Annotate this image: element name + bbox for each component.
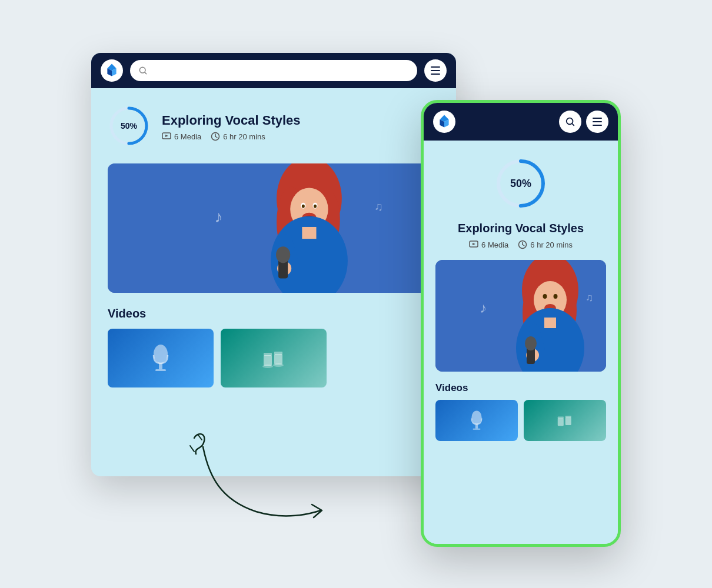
mobile-thumb-1[interactable] xyxy=(435,400,518,441)
duration: 6 hr 20 mins xyxy=(211,132,265,141)
svg-point-21 xyxy=(314,205,317,208)
desktop-logo xyxy=(101,59,123,82)
videos-section-title: Videos xyxy=(108,307,440,320)
hero-image: ♪ ♫ xyxy=(108,163,440,293)
arrow-annotation xyxy=(185,429,338,523)
svg-rect-36 xyxy=(274,352,282,355)
svg-line-41 xyxy=(572,123,574,125)
mobile-videos-title: Videos xyxy=(435,382,606,394)
svg-point-27 xyxy=(276,246,290,263)
mobile-microphone-icon xyxy=(466,410,487,431)
mobile-navbar xyxy=(424,103,618,141)
svg-point-37 xyxy=(262,365,273,368)
clock-icon xyxy=(211,132,220,141)
svg-rect-34 xyxy=(264,353,272,356)
hamburger-icon xyxy=(431,66,440,75)
svg-rect-71 xyxy=(565,417,571,425)
mobile-logo xyxy=(433,111,455,133)
svg-point-63 xyxy=(525,336,537,350)
svg-point-20 xyxy=(302,205,305,208)
svg-rect-72 xyxy=(565,416,571,418)
svg-text:♫: ♫ xyxy=(585,292,594,303)
svg-rect-67 xyxy=(475,424,478,428)
search-icon xyxy=(138,66,148,75)
browser-content: 50% Exploring Vocal Styles 6 Media xyxy=(91,88,456,476)
svg-line-73 xyxy=(190,446,194,452)
svg-point-56 xyxy=(543,294,547,299)
svg-rect-70 xyxy=(558,417,564,419)
video-thumbnails xyxy=(108,329,440,387)
svg-rect-31 xyxy=(159,363,162,369)
svg-rect-59 xyxy=(544,318,556,328)
svg-point-57 xyxy=(554,294,558,299)
mobile-hamburger-icon xyxy=(593,118,602,126)
svg-rect-32 xyxy=(155,369,166,371)
media-count: 6 Media xyxy=(162,132,201,141)
browser-navbar xyxy=(91,53,456,88)
mobile-search-icon xyxy=(565,116,575,127)
mobile-media-count: 6 Media xyxy=(469,240,508,249)
mobile-search-button[interactable] xyxy=(559,111,581,133)
search-bar[interactable] xyxy=(130,60,417,81)
video-thumb-1[interactable] xyxy=(108,329,214,387)
mobile-course-title: Exploring Vocal Styles xyxy=(458,222,584,235)
svg-line-74 xyxy=(198,435,202,440)
mobile-progress-text: 50% xyxy=(510,178,531,189)
svg-rect-35 xyxy=(274,354,282,365)
svg-marker-6 xyxy=(165,135,168,137)
search-input[interactable] xyxy=(152,60,409,81)
progress-text: 50% xyxy=(121,121,138,131)
menu-button[interactable] xyxy=(424,59,447,82)
mobile-progress-ring: 50% xyxy=(494,157,547,212)
course-title: Exploring Vocal Styles xyxy=(162,113,301,128)
svg-text:♪: ♪ xyxy=(214,207,222,226)
mobile-course-meta: 6 Media 6 hr 20 mins xyxy=(469,240,573,249)
svg-rect-33 xyxy=(264,355,272,366)
mobile-menu-button[interactable] xyxy=(586,111,608,133)
mobile-media-icon xyxy=(469,240,478,249)
svg-line-9 xyxy=(215,136,217,138)
course-meta: 6 Media 6 hr 20 mins xyxy=(162,132,301,141)
svg-point-38 xyxy=(273,363,284,367)
mobile-cups-icon xyxy=(554,410,575,431)
svg-text:♪: ♪ xyxy=(480,300,487,316)
desktop-browser: 50% Exploring Vocal Styles 6 Media xyxy=(91,53,456,476)
media-icon xyxy=(162,132,171,141)
video-thumb-2[interactable] xyxy=(221,329,327,387)
mobile-video-thumbnails xyxy=(435,400,606,441)
mobile-thumb-2[interactable] xyxy=(524,400,606,441)
scene: 50% Exploring Vocal Styles 6 Media xyxy=(91,53,621,535)
mobile-content: 50% Exploring Vocal Styles 6 Media xyxy=(424,141,618,544)
mobile-duration: 6 hr 20 mins xyxy=(518,240,573,249)
svg-line-2 xyxy=(145,72,147,74)
svg-rect-23 xyxy=(302,227,316,239)
course-header: 50% Exploring Vocal Styles 6 Media xyxy=(108,105,440,149)
svg-rect-69 xyxy=(558,418,564,426)
microphone-icon xyxy=(146,343,175,373)
svg-rect-68 xyxy=(473,429,481,430)
cups-icon xyxy=(259,343,288,373)
progress-ring-container: 50% xyxy=(108,105,150,149)
mobile-phone: 50% Exploring Vocal Styles 6 Media xyxy=(421,100,621,547)
svg-text:♫: ♫ xyxy=(374,200,383,213)
mobile-nav-icons xyxy=(559,111,608,133)
svg-line-48 xyxy=(523,245,524,246)
mobile-clock-icon xyxy=(518,240,527,249)
svg-marker-45 xyxy=(473,243,475,245)
mobile-hero-image: ♪ ♫ xyxy=(435,260,606,372)
course-info: Exploring Vocal Styles 6 Media xyxy=(162,113,301,141)
